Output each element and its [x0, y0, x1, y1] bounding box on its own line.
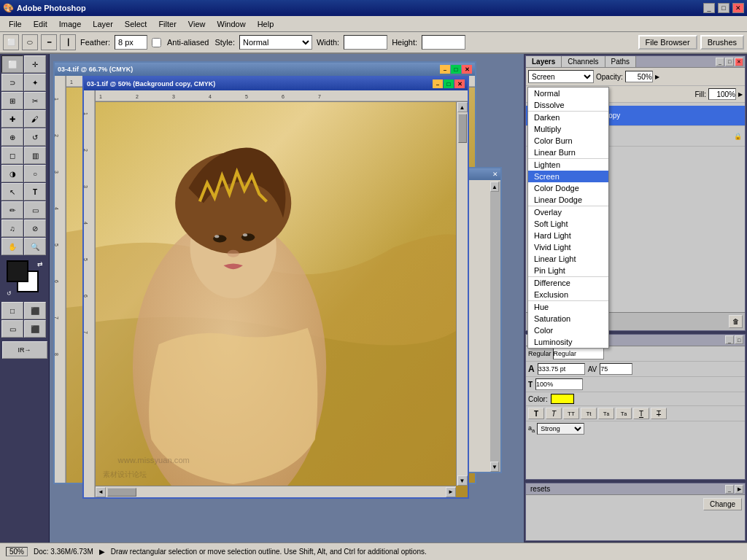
hscroll-thumb[interactable] — [107, 488, 136, 497]
superscript-btn[interactable]: Ta — [598, 408, 614, 419]
image-window-2-maximize[interactable]: □ — [444, 79, 454, 88]
bm-darken[interactable]: Darken — [528, 112, 608, 123]
full-screen-btn[interactable]: ⬛ — [24, 320, 46, 338]
bm-difference[interactable]: Difference — [528, 277, 608, 289]
tool-clone[interactable]: ⊕ — [1, 128, 23, 146]
tool-gradient[interactable]: ▥ — [24, 147, 46, 164]
allcaps-btn[interactable]: TT — [563, 408, 579, 419]
menu-view[interactable]: View — [182, 18, 212, 30]
vscroll-down[interactable]: ▼ — [457, 475, 468, 486]
tool-crop[interactable]: ⊞ — [1, 92, 23, 109]
font-size-input[interactable] — [538, 363, 585, 375]
char-panel-minimize[interactable]: _ — [725, 335, 734, 344]
tool-pen[interactable]: ✏ — [1, 201, 23, 219]
bm-linearburn[interactable]: Linear Burn — [528, 147, 608, 158]
bm-colordodge[interactable]: Color Dodge — [528, 182, 608, 194]
bm-exclusion[interactable]: Exclusion — [528, 289, 608, 300]
fill-arrow[interactable]: ▶ — [738, 91, 743, 98]
italic-btn[interactable]: T — [546, 408, 562, 419]
image-window-1-minimize[interactable]: – — [440, 65, 450, 74]
menu-select[interactable]: Select — [119, 18, 153, 30]
bm-color[interactable]: Color — [528, 324, 608, 336]
menu-layer[interactable]: Layer — [87, 18, 119, 30]
antialias-select[interactable]: Strong Smooth Crisp Sharp None — [537, 423, 584, 435]
tool-eraser[interactable]: ◻ — [1, 147, 23, 164]
smallcaps-btn[interactable]: Tt — [581, 408, 597, 419]
bm-saturation[interactable]: Saturation — [528, 313, 608, 324]
maximize-button[interactable]: □ — [718, 3, 729, 13]
menu-file[interactable]: File — [3, 18, 28, 30]
text-color-swatch[interactable] — [551, 394, 574, 404]
tool-magic-wand[interactable]: ✦ — [24, 74, 46, 91]
mini-float-close[interactable]: ✕ — [492, 171, 498, 178]
quick-mask-btn[interactable]: ⬛ — [24, 302, 46, 319]
tool-hand[interactable]: ✋ — [1, 238, 23, 255]
image-window-2-close[interactable]: ✕ — [454, 79, 465, 88]
change-btn[interactable]: Change — [703, 498, 742, 510]
standard-mode-btn[interactable]: □ — [1, 302, 23, 319]
strikethrough-btn[interactable]: T — [651, 408, 667, 419]
jump-to-imageready-btn[interactable]: IR→ — [2, 341, 47, 359]
tool-lasso[interactable]: ⊃ — [1, 74, 23, 91]
default-colors-icon[interactable]: ↺ — [7, 290, 12, 297]
bm-dissolve[interactable]: Dissolve — [528, 99, 608, 111]
tool-history-brush[interactable]: ↺ — [24, 128, 46, 146]
foreground-color-swatch[interactable] — [7, 260, 28, 282]
panel-minimize-btn[interactable]: _ — [716, 58, 724, 66]
vscroll-thumb[interactable] — [458, 114, 467, 143]
tool-type[interactable]: T — [24, 183, 46, 201]
styles-menu[interactable]: ▶ — [735, 485, 743, 494]
tool-blur[interactable]: ◑ — [1, 165, 23, 182]
char-panel-restore[interactable]: □ — [735, 335, 743, 344]
bm-normal[interactable]: Normal — [528, 88, 608, 99]
bm-colorburn[interactable]: Color Burn — [528, 135, 608, 147]
hscroll-right[interactable]: ► — [446, 487, 456, 497]
mini-float-scroll[interactable]: ▲ ▼ — [490, 182, 500, 472]
marquee-col-btn[interactable]: ┃ — [60, 34, 76, 50]
opacity-input[interactable] — [625, 71, 653, 82]
image-window-1-maximize[interactable]: □ — [451, 65, 461, 74]
bm-lighten[interactable]: Lighten — [528, 159, 608, 171]
styles-minimize[interactable]: _ — [725, 485, 734, 494]
bm-screen[interactable]: Screen — [528, 171, 608, 182]
marquee-ellipse-btn[interactable]: ⬭ — [22, 34, 38, 50]
vscroll-up[interactable]: ▲ — [457, 102, 468, 112]
tool-zoom[interactable]: 🔍 — [24, 238, 46, 255]
bm-hue[interactable]: Hue — [528, 301, 608, 313]
fill-input[interactable] — [708, 88, 736, 100]
image-window-2-titlebar[interactable]: 03-1.tif @ 50% (Background copy, CMYK) –… — [84, 77, 468, 90]
feather-input[interactable] — [115, 35, 147, 50]
blend-mode-select[interactable]: Screen Normal Multiply — [528, 70, 594, 83]
bm-hardlight[interactable]: Hard Light — [528, 230, 608, 241]
bm-softlight[interactable]: Soft Light — [528, 218, 608, 230]
panel-restore-btn[interactable]: □ — [725, 58, 734, 66]
minimize-button[interactable]: _ — [703, 3, 715, 13]
styles-tab[interactable]: resets — [526, 483, 554, 494]
tool-path[interactable]: ↖ — [1, 183, 23, 201]
bm-lineardodge[interactable]: Linear Dodge — [528, 194, 608, 206]
bm-linearlight[interactable]: Linear Light — [528, 253, 608, 265]
bm-overlay[interactable]: Overlay — [528, 206, 608, 218]
image-window-1-close[interactable]: ✕ — [462, 65, 472, 74]
tool-notes[interactable]: ♫ — [1, 219, 23, 237]
menu-filter[interactable]: Filter — [152, 18, 182, 30]
close-button[interactable]: ✕ — [732, 3, 744, 13]
tool-dodge[interactable]: ○ — [24, 165, 46, 182]
tool-move[interactable]: ✛ — [24, 55, 46, 73]
bm-pinlight[interactable]: Pin Light — [528, 265, 608, 276]
delete-layer-btn[interactable]: 🗑 — [729, 315, 743, 328]
font-style-input[interactable] — [553, 348, 604, 359]
menu-help[interactable]: Help — [252, 18, 280, 30]
menu-window[interactable]: Window — [212, 18, 252, 30]
subscript-btn[interactable]: Ta — [616, 408, 632, 419]
tool-eyedropper[interactable]: ⊘ — [24, 219, 46, 237]
underline-btn[interactable]: T — [633, 408, 649, 419]
swap-colors-icon[interactable]: ⇄ — [37, 260, 43, 268]
brushes-button[interactable]: Brushes — [700, 35, 744, 50]
tool-marquee[interactable]: ⬜ — [1, 55, 23, 73]
leading-input[interactable] — [600, 363, 632, 375]
bold-btn[interactable]: T — [528, 408, 544, 419]
width-input[interactable] — [344, 35, 387, 50]
menu-edit[interactable]: Edit — [28, 18, 53, 30]
menu-image[interactable]: Image — [53, 18, 88, 30]
